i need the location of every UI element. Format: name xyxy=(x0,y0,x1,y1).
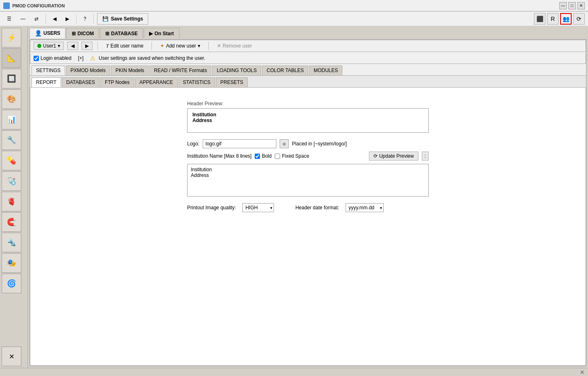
user-separator3 xyxy=(208,42,209,50)
remove-user-icon: ✕ xyxy=(217,43,221,49)
sidebar-item-13[interactable]: 🌀 xyxy=(2,274,21,293)
main-tabs: 👤 USERS ⊞ DICOM ⊞ DATABASE ▶ On Start xyxy=(29,28,586,39)
right-toolbar: ⬛ R 👥 ⟳ xyxy=(531,13,588,25)
sidebar-item-2[interactable]: 📐 xyxy=(2,48,21,68)
institution-name-label: Institution Name [Max 8 lines] xyxy=(187,153,251,159)
sidebar-item-3[interactable]: 🔲 xyxy=(2,69,21,88)
header-preview-label: Header Preview: xyxy=(187,101,429,106)
main-container: ⚡ 📐 🔲 🎨 📊 🔧 💊 🩺 🫀 🧲 🔩 xyxy=(0,26,588,368)
update-preview-button[interactable]: ⟳ Update Preview xyxy=(369,152,418,161)
users-tab-icon: 👤 xyxy=(35,30,42,36)
sidebar-item-9[interactable]: 🫀 xyxy=(2,192,21,211)
institution-textarea[interactable]: Institution Address xyxy=(187,164,429,197)
sub-tab-ftp-nodes[interactable]: FTP Nodes xyxy=(100,77,134,87)
tab-color-tables[interactable]: COLOR TABLES xyxy=(262,66,308,75)
tab-rw-formats[interactable]: READ / WRITE Formats xyxy=(149,66,211,75)
bold-checkbox[interactable] xyxy=(255,154,260,159)
hamburger-menu-button[interactable]: ☰ xyxy=(3,13,15,25)
tab-dicom[interactable]: ⊞ DICOM xyxy=(66,28,99,39)
sub-tab-presets[interactable]: PRESETS xyxy=(216,77,248,87)
status-close-button[interactable]: ✕ xyxy=(580,369,585,376)
tab-onstart[interactable]: ▶ On Start xyxy=(144,28,179,39)
update-icon: ⟳ xyxy=(373,153,378,159)
warning-icon: ⚠ xyxy=(90,55,95,61)
users-config-button[interactable]: 👥 xyxy=(560,13,572,25)
bold-checkbox-label[interactable]: Bold xyxy=(255,153,271,159)
user-dropdown-icon: ▾ xyxy=(58,43,60,49)
logo-input[interactable] xyxy=(203,139,276,148)
status-bar: ✕ xyxy=(0,368,588,376)
add-user-icon: ✦ xyxy=(160,43,164,49)
sidebar-item-1[interactable]: ⚡ xyxy=(2,28,21,48)
nav-right-button[interactable]: ▶ xyxy=(62,13,73,25)
logo-placed-label: Placed in [~system/logo/] xyxy=(292,141,347,147)
add-login-button[interactable]: [+] xyxy=(75,54,87,62)
add-user-dropdown-icon: ▾ xyxy=(198,43,200,49)
window-controls: — □ ✕ xyxy=(559,2,585,9)
settings-tabs: SETTINGS PXMOD Models PKIN Models READ /… xyxy=(30,66,586,75)
sub-tab-statistics[interactable]: STATISTICS xyxy=(179,77,215,87)
minus-button[interactable]: — xyxy=(17,13,29,25)
tab-settings[interactable]: SETTINGS xyxy=(32,66,65,75)
date-format-select[interactable]: yyyy.mm.dd dd.mm.yyyy mm/dd/yyyy xyxy=(346,203,384,212)
help-button[interactable]: ? xyxy=(80,13,90,25)
fixed-space-checkbox-label[interactable]: Fixed Space xyxy=(275,153,309,159)
sub-tab-report[interactable]: REPORT xyxy=(32,77,61,87)
add-new-user-button[interactable]: ✦ Add new user ▾ xyxy=(157,42,203,50)
sidebar-item-12[interactable]: 🎭 xyxy=(2,253,21,273)
user-name-label: User1 xyxy=(43,43,56,49)
terminal-button[interactable]: ⬛ xyxy=(534,13,545,25)
more-options-button[interactable]: : xyxy=(422,152,429,161)
maximize-button[interactable]: □ xyxy=(568,2,576,9)
tab-database[interactable]: ⊞ DATABASE xyxy=(100,28,143,39)
toolbar-separator3 xyxy=(93,14,94,24)
add-user-label: Add new user xyxy=(166,43,196,49)
logo-label: Logo: xyxy=(187,141,199,147)
login-bar: Login enabled [+] ⚠ User settings are sa… xyxy=(30,53,586,64)
tab-pkin[interactable]: PKIN Models xyxy=(111,66,149,75)
logo-browse-button[interactable]: ⊙ xyxy=(280,139,289,148)
database-tab-icon: ⊞ xyxy=(105,31,109,36)
update-label: Update Preview xyxy=(379,153,414,159)
user-prev-button[interactable]: ◀ xyxy=(67,42,78,50)
sidebar-item-5[interactable]: 📊 xyxy=(2,110,21,129)
tab-users[interactable]: 👤 USERS xyxy=(29,28,66,39)
minimize-button[interactable]: — xyxy=(559,2,567,9)
edit-username-button[interactable]: T Edit user name xyxy=(103,42,147,50)
tab-loading-tools[interactable]: LOADING TOOLS xyxy=(212,66,261,75)
sidebar-close-button[interactable]: ✕ xyxy=(2,347,21,366)
remove-user-button[interactable]: ✕ Remove user xyxy=(214,42,255,50)
tab-modules[interactable]: MODULES xyxy=(309,66,342,75)
user-bar: User1 ▾ ◀ ▶ T Edit user name ✦ Add new u… xyxy=(30,40,586,52)
user-select-button[interactable]: User1 ▾ xyxy=(34,42,64,50)
user-separator2 xyxy=(152,42,152,50)
login-enabled-label[interactable]: Login enabled xyxy=(34,55,71,61)
sub-tab-databases[interactable]: DATABASES xyxy=(62,77,100,87)
save-settings-button[interactable]: 💾 Save Settings xyxy=(97,13,149,25)
refresh-button[interactable]: ⟳ xyxy=(573,13,585,25)
date-format-select-wrapper: yyyy.mm.dd dd.mm.yyyy mm/dd/yyyy ▾ xyxy=(346,203,384,212)
login-enabled-checkbox[interactable] xyxy=(34,56,39,61)
exchange-button[interactable]: ⇄ xyxy=(31,13,42,25)
sidebar-item-11[interactable]: 🔩 xyxy=(2,233,21,252)
sidebar-item-8[interactable]: 🩺 xyxy=(2,171,21,191)
institution-name-row: Institution Name [Max 8 lines] Bold Fixe… xyxy=(187,152,429,161)
user-next-button[interactable]: ▶ xyxy=(81,42,93,50)
sidebar: ⚡ 📐 🔲 🎨 📊 🔧 💊 🩺 🫀 🧲 🔩 xyxy=(0,26,28,368)
close-button[interactable]: ✕ xyxy=(577,2,585,9)
sidebar-item-4[interactable]: 🎨 xyxy=(2,89,21,109)
sidebar-item-10[interactable]: 🧲 xyxy=(2,212,21,232)
sidebar-item-7[interactable]: 💊 xyxy=(2,151,21,170)
app-title: PMOD CONFIGURATION xyxy=(12,3,557,8)
r-button[interactable]: R xyxy=(547,13,559,25)
nav-left-button[interactable]: ◀ xyxy=(49,13,60,25)
toolbar-separator xyxy=(45,14,46,24)
sub-tab-appearance[interactable]: APPEARANCE xyxy=(135,77,178,87)
warning-text: User settings are saved when switching t… xyxy=(99,55,205,61)
fixed-space-checkbox[interactable] xyxy=(275,154,280,159)
printout-quality-select[interactable]: HIGH MEDIUM LOW xyxy=(242,203,274,212)
header-preview-box: Institution Address xyxy=(187,108,429,133)
report-content: Header Preview: Institution Address Logo… xyxy=(35,93,581,220)
tab-pxmod[interactable]: PXMOD Models xyxy=(66,66,110,75)
sidebar-item-6[interactable]: 🔧 xyxy=(2,130,21,150)
